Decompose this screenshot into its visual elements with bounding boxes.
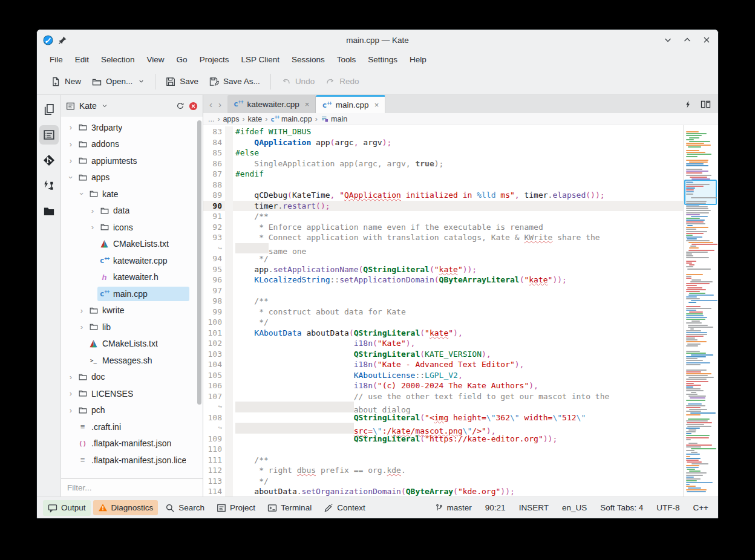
statusbar-project-button[interactable]: Project	[212, 500, 260, 516]
tree-item-.craft.ini[interactable]: ≡.craft.ini	[61, 418, 203, 435]
tree-item-cmakelists.txt[interactable]: CMakeLists.txt	[61, 336, 203, 353]
tree-item-kate[interactable]: ›kate	[61, 186, 203, 203]
titlebar[interactable]: main.cpp — Kate	[37, 30, 718, 50]
minimap-line	[686, 420, 708, 422]
tab-next-icon[interactable]: ›	[216, 99, 224, 109]
menu-view[interactable]: View	[142, 53, 170, 67]
save-as-button[interactable]: Save As...	[204, 73, 266, 90]
cpp-file-icon: c++	[100, 256, 109, 265]
expand-arrow-icon[interactable]: ›	[66, 406, 76, 415]
statusbar-search-button[interactable]: Search	[160, 500, 209, 516]
statusbar-context-button[interactable]: Context	[319, 500, 370, 516]
minimap-line	[686, 194, 693, 195]
close-button[interactable]	[701, 34, 712, 45]
collapse-arrow-icon[interactable]: ›	[67, 172, 76, 182]
sidebar-tool-git[interactable]	[39, 151, 59, 170]
sidebar-tool-symbols[interactable]	[39, 176, 59, 195]
tree-item-katewaiter.h[interactable]: hkatewaiter.h	[61, 269, 203, 286]
statusbar-en-us[interactable]: en_US	[562, 503, 587, 512]
reload-project-icon[interactable]	[176, 102, 185, 110]
statusbar-soft-tabs-4[interactable]: Soft Tabs: 4	[600, 503, 643, 512]
undo-button[interactable]: Undo	[276, 73, 320, 90]
expand-arrow-icon[interactable]: ›	[66, 140, 76, 149]
expand-arrow-icon[interactable]: ›	[88, 223, 97, 232]
collapse-arrow-icon[interactable]: ›	[77, 189, 87, 199]
close-panel-icon[interactable]	[189, 102, 198, 111]
menu-edit[interactable]: Edit	[70, 53, 94, 67]
breadcrumb-item-main[interactable]: main	[321, 115, 348, 123]
breadcrumb-item-kate[interactable]: kate	[248, 115, 263, 123]
tree-item-3rdparty[interactable]: ›3rdparty	[61, 119, 203, 136]
menu-help[interactable]: Help	[404, 53, 432, 67]
statusbar-90-21[interactable]: 90:21	[485, 503, 506, 512]
sidebar-tool-projects[interactable]	[39, 125, 59, 145]
menu-tools[interactable]: Tools	[332, 53, 362, 67]
open-button[interactable]: Open...	[87, 73, 150, 90]
minimap-line	[686, 252, 708, 253]
expand-arrow-icon[interactable]: ›	[66, 389, 76, 398]
statusbar-terminal-button[interactable]: Terminal	[263, 500, 316, 516]
folding-gutter	[225, 296, 233, 307]
minimap[interactable]	[683, 125, 718, 497]
expand-arrow-icon[interactable]: ›	[88, 206, 97, 215]
new-button[interactable]: New	[45, 73, 87, 90]
breadcrumb-item-[interactable]: ...	[208, 115, 214, 123]
tree-item-messages.sh[interactable]: >_Messages.sh	[61, 352, 203, 369]
tree-item-data[interactable]: ›data	[61, 203, 203, 220]
tab-close-icon[interactable]: ×	[374, 100, 379, 109]
tree-item-katewaiter.cpp[interactable]: c++katewaiter.cpp	[61, 252, 203, 269]
tree-scrollbar[interactable]	[197, 120, 201, 405]
tab-katewaiter.cpp[interactable]: c++katewaiter.cpp×	[227, 95, 316, 113]
tree-item-licenses[interactable]: ›LICENSES	[61, 385, 203, 402]
expand-arrow-icon[interactable]: ›	[77, 306, 87, 315]
sidebar-tool-filesystem[interactable]	[39, 201, 59, 221]
tree-item-main.cpp[interactable]: c++main.cpp	[61, 285, 203, 302]
folder-icon	[78, 156, 88, 165]
expand-arrow-icon[interactable]: ›	[66, 156, 76, 165]
split-view-icon[interactable]	[701, 100, 711, 109]
tab-close-icon[interactable]: ×	[305, 100, 310, 109]
statusbar-output-button[interactable]: Output	[43, 500, 91, 516]
expand-arrow-icon[interactable]: ›	[66, 373, 76, 382]
menu-lsp-client[interactable]: LSP Client	[235, 53, 285, 67]
tab-prev-icon[interactable]: ‹	[207, 99, 215, 109]
menu-selection[interactable]: Selection	[96, 53, 140, 67]
folder-icon	[78, 373, 88, 382]
sidebar-tool-documents[interactable]	[39, 100, 59, 119]
tree-item-doc[interactable]: ›doc	[61, 369, 203, 386]
statusbar-diagnostics-button[interactable]: Diagnostics	[93, 500, 159, 515]
statusbar-master[interactable]: master	[435, 503, 472, 512]
code-editor[interactable]: 83#ifdef WITH_DBUS84 QApplication app(ar…	[203, 125, 683, 497]
expand-arrow-icon[interactable]: ›	[77, 322, 87, 331]
statusbar-insert[interactable]: INSERT	[519, 503, 549, 512]
tree-item-kwrite[interactable]: ›kwrite	[61, 302, 203, 319]
tree-item-icons[interactable]: ›icons	[61, 219, 203, 236]
redo-button[interactable]: Redo	[320, 73, 364, 90]
quick-open-lightning-icon[interactable]	[684, 100, 692, 109]
expand-arrow-icon[interactable]: ›	[66, 123, 76, 132]
menu-go[interactable]: Go	[171, 53, 193, 67]
maximize-button[interactable]	[682, 34, 693, 45]
tab-main.cpp[interactable]: c++main.cpp×	[316, 95, 385, 113]
menu-projects[interactable]: Projects	[194, 53, 235, 67]
minimap-line	[686, 231, 707, 232]
menu-file[interactable]: File	[44, 53, 68, 67]
tree-item-addons[interactable]: ›addons	[61, 136, 203, 153]
tree-item-lib[interactable]: ›lib	[61, 319, 203, 336]
project-chooser-chevron-icon[interactable]	[101, 102, 108, 109]
filter-input[interactable]	[61, 479, 203, 497]
menu-settings[interactable]: Settings	[362, 53, 403, 67]
save-button[interactable]: Save	[160, 73, 204, 90]
menu-sessions[interactable]: Sessions	[286, 53, 330, 67]
tree-item-.flatpak-manifest.json[interactable]: ().flatpak-manifest.json	[61, 435, 203, 452]
minimize-button[interactable]	[662, 34, 673, 45]
statusbar-utf-8[interactable]: UTF-8	[656, 503, 679, 512]
tree-item-pch[interactable]: ›pch	[61, 402, 203, 419]
tree-item-appiumtests[interactable]: ›appiumtests	[61, 152, 203, 169]
tree-item-.flatpak-manifest.json.license[interactable]: ≡.flatpak-manifest.json.license	[61, 452, 203, 469]
breadcrumb-item-maincpp[interactable]: c++ main.cpp	[270, 114, 312, 123]
breadcrumb-item-apps[interactable]: apps	[223, 115, 239, 123]
tree-item-apps[interactable]: ›apps	[61, 169, 203, 186]
tree-item-cmakelists.txt[interactable]: CMakeLists.txt	[61, 236, 203, 253]
statusbar-c-[interactable]: C++	[693, 503, 708, 512]
